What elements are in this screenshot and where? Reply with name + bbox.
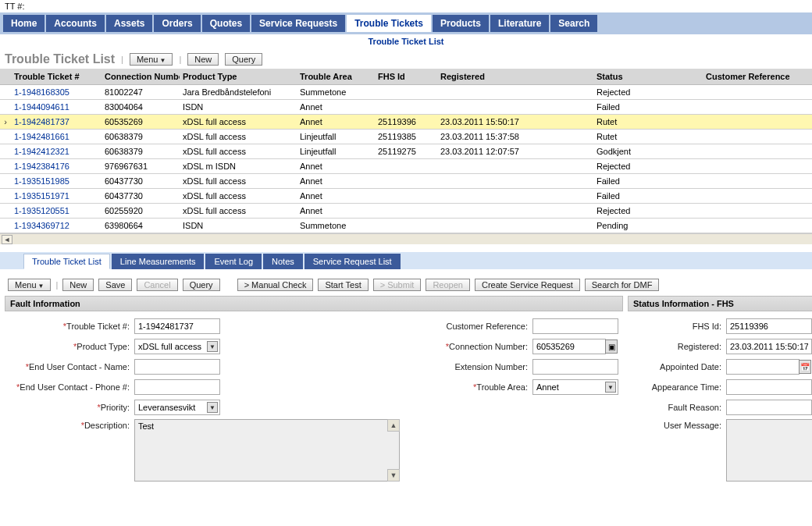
col-area[interactable]: Trouble Area bbox=[297, 69, 375, 85]
fault-info-panel: Fault Information *Trouble Ticket #: *Pr… bbox=[5, 296, 623, 491]
table-row[interactable]: 1-193436971263980664ISDNSummetonePending bbox=[0, 219, 812, 233]
label-priority: *Priority: bbox=[9, 403, 134, 412]
label-eu-phone: *End User Contact - Phone #: bbox=[9, 382, 134, 392]
textarea-scrollbar[interactable]: ▲ ▼ bbox=[387, 419, 400, 482]
list-hscrollbar[interactable]: ◄ bbox=[0, 233, 812, 244]
nav-service-requests[interactable]: Service Requests bbox=[251, 15, 345, 32]
nav-search[interactable]: Search bbox=[550, 15, 597, 32]
nav-products[interactable]: Products bbox=[433, 15, 489, 32]
field-priority[interactable]: Leveransesvikt▼ bbox=[134, 400, 220, 415]
calendar-icon[interactable]: 📅 bbox=[799, 360, 811, 374]
tt-link[interactable]: 1-1935151985 bbox=[14, 176, 69, 186]
tt-link[interactable]: 1-1948168305 bbox=[14, 87, 69, 97]
search-dmf-button[interactable]: Search for DMF bbox=[585, 279, 660, 291]
table-row[interactable]: ›1-194248173760535269xDSL full accessAnn… bbox=[0, 115, 812, 130]
field-umsg[interactable] bbox=[726, 419, 812, 482]
applet-title: Trouble Ticket List bbox=[5, 52, 115, 66]
nav-quotes[interactable]: Quotes bbox=[202, 15, 250, 32]
field-tarea[interactable]: Annet▼ bbox=[532, 379, 618, 395]
tt-link[interactable]: 1-1942481737 bbox=[14, 117, 69, 126]
start-test-button[interactable]: Start Test bbox=[318, 279, 368, 291]
nav-assets[interactable]: Assets bbox=[106, 15, 152, 32]
applet-menu-button[interactable]: Menu▼ bbox=[130, 53, 173, 66]
create-sr-button[interactable]: Create Service Request bbox=[475, 279, 580, 291]
nav-literature[interactable]: Literature bbox=[490, 15, 549, 32]
table-row[interactable]: 1-1942384176976967631xDSL m ISDNAnnetRej… bbox=[0, 159, 812, 174]
form-query-button[interactable]: Query bbox=[183, 279, 220, 291]
nav-orders[interactable]: Orders bbox=[154, 15, 200, 32]
tt-link[interactable]: 1-1942481661 bbox=[14, 132, 69, 141]
col-conn[interactable]: Connection Number bbox=[102, 69, 180, 85]
field-conn[interactable] bbox=[532, 339, 606, 354]
label-conn: *Connection Number: bbox=[408, 342, 532, 351]
table-row[interactable]: 1-194409461183004064ISDNAnnetFailed bbox=[0, 100, 812, 115]
tt-link[interactable]: 1-1934369712 bbox=[14, 221, 69, 230]
subtab-event-log[interactable]: Event Log bbox=[205, 254, 262, 269]
scroll-left-icon[interactable]: ◄ bbox=[2, 235, 12, 244]
table-row[interactable]: 1-194241232160638379xDSL full accessLinj… bbox=[0, 144, 812, 159]
table-row[interactable]: 1-193515197160437730xDSL full accessAnne… bbox=[0, 189, 812, 204]
field-ext[interactable] bbox=[532, 359, 618, 375]
tt-link[interactable]: 1-1944094611 bbox=[14, 102, 69, 112]
label-freason: Fault Reason: bbox=[632, 403, 726, 412]
label-reg: Registered: bbox=[632, 342, 726, 351]
field-atime[interactable] bbox=[726, 379, 812, 395]
label-fhs: FHS Id: bbox=[632, 322, 726, 331]
manual-check-button[interactable]: > Manual Check bbox=[237, 279, 314, 291]
applet-new-button[interactable]: New bbox=[187, 53, 219, 66]
label-umsg: User Message: bbox=[632, 419, 726, 430]
applet-query-button[interactable]: Query bbox=[225, 53, 262, 66]
tt-link[interactable]: 1-1942412321 bbox=[14, 147, 69, 156]
submit-button[interactable]: > Submit bbox=[373, 279, 422, 291]
field-freason[interactable] bbox=[726, 400, 812, 415]
scroll-down-icon[interactable]: ▼ bbox=[387, 469, 400, 482]
nav-home[interactable]: Home bbox=[3, 15, 45, 32]
scroll-up-icon[interactable]: ▲ bbox=[387, 419, 400, 432]
form-toolbar: Menu▼ | New Save Cancel Query > Manual C… bbox=[0, 269, 812, 296]
list-header-row: Trouble Ticket # Connection Number Produ… bbox=[0, 69, 812, 85]
chevron-down-icon[interactable]: ▼ bbox=[207, 402, 218, 413]
subtab-tt-list[interactable]: Trouble Ticket List bbox=[23, 254, 110, 269]
col-reg[interactable]: Registered bbox=[437, 69, 593, 85]
form-new-button[interactable]: New bbox=[62, 279, 94, 291]
table-row[interactable]: 1-194816830581002247Jara Bredbåndstelefo… bbox=[0, 85, 812, 100]
field-reg[interactable] bbox=[726, 339, 812, 354]
table-row[interactable]: 1-194248166160638379xDSL full accessLinj… bbox=[0, 130, 812, 144]
col-status[interactable]: Status bbox=[593, 69, 703, 85]
pick-icon[interactable]: ▣ bbox=[605, 339, 618, 354]
subtab-line-measurements[interactable]: Line Measurements bbox=[112, 254, 205, 269]
form-save-button[interactable]: Save bbox=[98, 279, 132, 291]
field-eu-phone[interactable] bbox=[134, 379, 220, 395]
col-tt[interactable]: Trouble Ticket # bbox=[11, 69, 102, 85]
tt-link[interactable]: 1-1935120551 bbox=[14, 206, 69, 215]
col-cref[interactable]: Customer Reference bbox=[703, 69, 812, 85]
tt-link[interactable]: 1-1935151971 bbox=[14, 191, 69, 201]
col-fhs[interactable]: FHS Id bbox=[375, 69, 437, 85]
field-tt[interactable] bbox=[134, 318, 220, 334]
table-row[interactable]: 1-193515198560437730xDSL full accessAnne… bbox=[0, 174, 812, 189]
field-fhs[interactable] bbox=[726, 318, 812, 334]
nav-trouble-tickets[interactable]: Trouble Tickets bbox=[347, 15, 431, 32]
tt-number-label: TT #: bbox=[0, 0, 812, 12]
field-ptype[interactable]: xDSL full access▼ bbox=[134, 339, 220, 354]
field-appt[interactable] bbox=[726, 359, 800, 375]
field-eu-name[interactable] bbox=[134, 359, 220, 375]
chevron-down-icon[interactable]: ▼ bbox=[605, 382, 616, 393]
form-cancel-button[interactable]: Cancel bbox=[137, 279, 177, 291]
status-info-header: Status Information - FHS bbox=[628, 296, 812, 311]
label-tarea: *Trouble Area: bbox=[408, 382, 532, 392]
col-ptype[interactable]: Product Type bbox=[180, 69, 297, 85]
label-appt: Appointed Date: bbox=[632, 362, 726, 371]
tt-link[interactable]: 1-1942384176 bbox=[14, 162, 69, 171]
subtab-sr-list[interactable]: Service Request List bbox=[304, 254, 401, 269]
subtab-notes[interactable]: Notes bbox=[263, 254, 303, 269]
reopen-button[interactable]: Reopen bbox=[426, 279, 470, 291]
nav-accounts[interactable]: Accounts bbox=[46, 15, 105, 32]
view-subtitle: Trouble Ticket List bbox=[0, 34, 812, 50]
fault-info-header: Fault Information bbox=[5, 296, 623, 311]
form-menu-button[interactable]: Menu▼ bbox=[8, 279, 51, 291]
chevron-down-icon[interactable]: ▼ bbox=[207, 341, 218, 352]
field-cref[interactable] bbox=[532, 318, 618, 334]
field-description[interactable] bbox=[134, 419, 400, 482]
table-row[interactable]: 1-193512055160255920xDSL full accessAnne… bbox=[0, 204, 812, 219]
